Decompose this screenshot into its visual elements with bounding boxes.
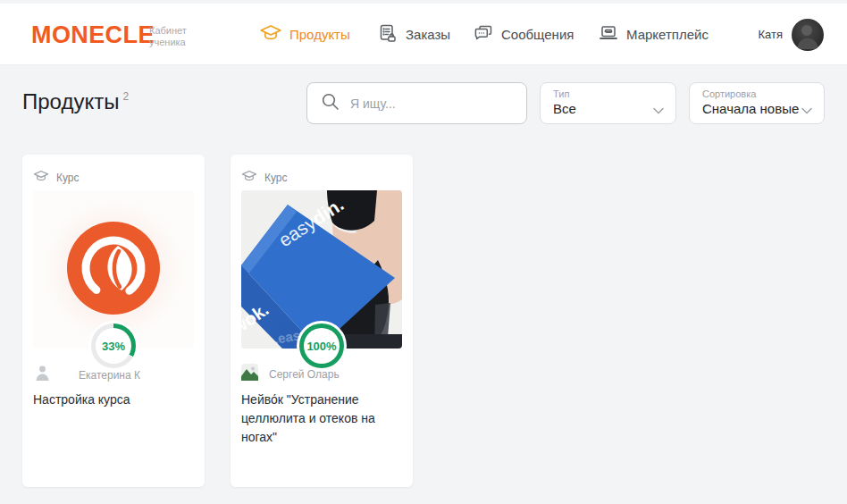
chevron-down-icon bbox=[653, 102, 664, 118]
graduation-cap-icon bbox=[241, 168, 257, 188]
nav-item-marketplace[interactable]: Маркетплейс bbox=[598, 4, 709, 65]
card-type-row: Курс bbox=[241, 168, 288, 188]
nav-label-messages: Сообщения bbox=[501, 27, 574, 42]
graduation-cap-icon bbox=[259, 21, 282, 48]
author-avatar bbox=[241, 364, 258, 384]
filter-sort-value: Сначала новые bbox=[702, 100, 811, 117]
page-title: Продукты2 bbox=[22, 89, 129, 114]
filter-type-dropdown[interactable]: Тип Все bbox=[540, 82, 676, 124]
card-title[interactable]: Настройка курса bbox=[33, 391, 194, 409]
filter-type-value: Все bbox=[553, 100, 663, 117]
card-type-row: Курс bbox=[33, 168, 80, 188]
search-icon bbox=[320, 91, 341, 116]
chevron-down-icon bbox=[801, 102, 812, 118]
progress-value: 33% bbox=[96, 328, 131, 364]
author-row: Сергей Оларь bbox=[241, 364, 340, 384]
card-title[interactable]: Нейво́к "Устранение целлюлита и отеков н… bbox=[241, 391, 402, 447]
nav-label-products: Продукты bbox=[289, 27, 350, 42]
user-name: Катя bbox=[758, 28, 783, 41]
filter-sort-dropdown[interactable]: Сортировка Сначала новые bbox=[689, 82, 825, 124]
filter-type-label: Тип bbox=[553, 88, 663, 100]
product-card-neyvok[interactable]: Курс easydin. wok. .easydin. bbox=[231, 155, 413, 487]
nav-label-marketplace: Маркетплейс bbox=[626, 27, 709, 42]
search-box bbox=[306, 82, 527, 124]
card-type-label: Курс bbox=[264, 172, 288, 184]
product-card-course-setup[interactable]: Курс 33% bbox=[22, 155, 205, 487]
logo-subtitle: Кабинет ученика bbox=[149, 25, 187, 48]
graduation-cap-icon bbox=[33, 168, 49, 188]
author-name: Екатерина К bbox=[79, 369, 140, 382]
messages-icon bbox=[473, 22, 494, 47]
monecle-leaf-logo-icon bbox=[67, 222, 160, 318]
author-name: Сергей Оларь bbox=[269, 368, 340, 381]
logo[interactable]: MONECLE bbox=[31, 21, 155, 49]
products-count: 2 bbox=[122, 90, 129, 103]
nav-item-orders[interactable]: Заказы bbox=[377, 4, 450, 65]
author-row: Екатерина К bbox=[33, 364, 140, 386]
user-menu[interactable]: Катя bbox=[758, 4, 824, 65]
nav-item-products[interactable]: Продукты bbox=[259, 4, 350, 65]
orders-icon bbox=[377, 22, 398, 47]
user-avatar[interactable] bbox=[792, 19, 824, 51]
progress-value: 100% bbox=[304, 328, 340, 364]
author-placeholder-avatar-icon bbox=[33, 364, 52, 386]
nav-label-orders: Заказы bbox=[406, 27, 450, 42]
card-type-label: Курс bbox=[56, 172, 80, 184]
search-input[interactable] bbox=[350, 97, 514, 111]
nav-item-messages[interactable]: Сообщения bbox=[473, 4, 574, 65]
header: MONECLE Кабинет ученика Продукты Заказы bbox=[0, 4, 847, 65]
marketplace-icon bbox=[598, 22, 619, 47]
filter-sort-label: Сортировка bbox=[702, 88, 811, 100]
